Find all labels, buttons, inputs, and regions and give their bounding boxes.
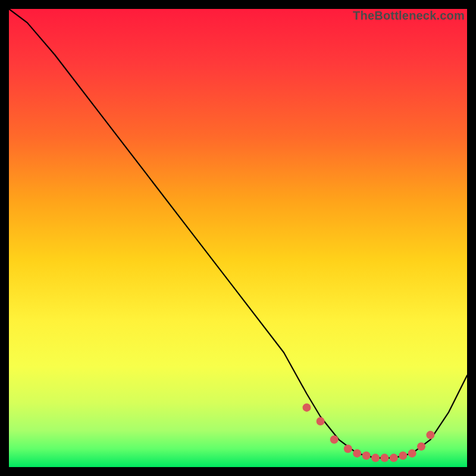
- marker-dot: [317, 417, 325, 425]
- marker-dot: [380, 454, 389, 462]
- marker-dot: [390, 454, 398, 462]
- marker-dot: [399, 452, 407, 460]
- marker-dot: [362, 452, 371, 460]
- marker-dot: [344, 444, 352, 453]
- gradient-plot-area: TheBottleneck.com: [9, 9, 467, 467]
- marker-dot: [303, 403, 311, 412]
- marker-dot: [353, 449, 361, 458]
- marker-dot: [371, 454, 380, 462]
- chart-svg: [9, 9, 467, 467]
- marker-dot: [330, 436, 339, 444]
- bottleneck-curve: [9, 9, 467, 458]
- marker-dot: [426, 431, 434, 439]
- marker-dots: [303, 403, 435, 462]
- marker-dot: [408, 449, 416, 458]
- marker-dot: [417, 442, 425, 450]
- chart-frame: TheBottleneck.com: [0, 0, 476, 476]
